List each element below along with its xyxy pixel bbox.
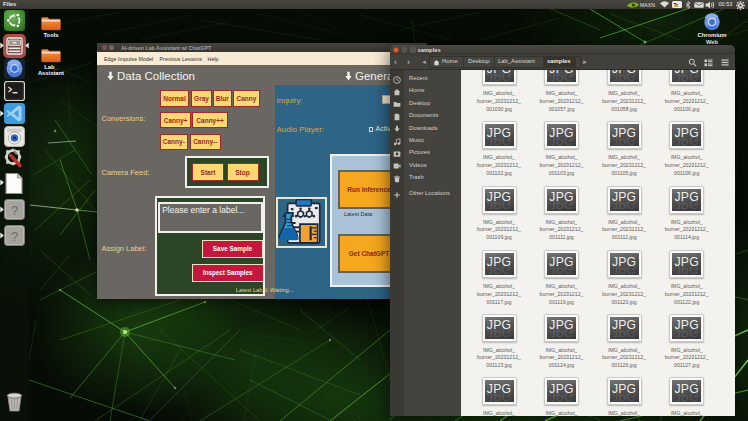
svg-text:?: ?	[11, 203, 18, 218]
svg-text:?: ?	[11, 229, 18, 244]
